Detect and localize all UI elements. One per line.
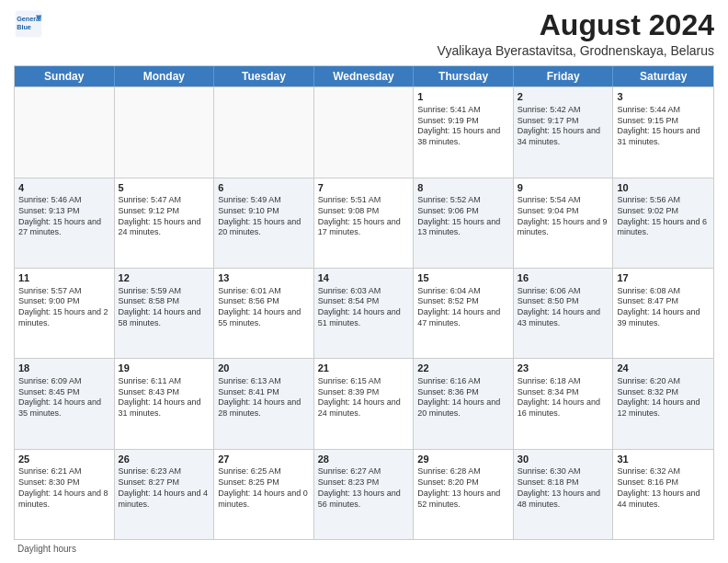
- header-day-friday: Friday: [514, 66, 614, 86]
- day-number: 2: [518, 90, 609, 104]
- table-row: 3Sunrise: 5:44 AM Sunset: 9:15 PM Daylig…: [613, 87, 713, 177]
- day-number: 9: [518, 181, 609, 195]
- day-number: 4: [18, 181, 110, 195]
- calendar: SundayMondayTuesdayWednesdayThursdayFrid…: [14, 65, 714, 540]
- cell-info: Sunrise: 5:51 AM Sunset: 9:08 PM Dayligh…: [318, 195, 410, 238]
- cell-info: Sunrise: 5:56 AM Sunset: 9:02 PM Dayligh…: [617, 195, 710, 238]
- cell-info: Sunrise: 6:32 AM Sunset: 8:16 PM Dayligh…: [617, 466, 710, 510]
- day-number: 29: [417, 453, 509, 466]
- cell-info: Sunrise: 6:16 AM Sunset: 8:36 PM Dayligh…: [417, 376, 509, 419]
- cell-info: Sunrise: 6:15 AM Sunset: 8:39 PM Dayligh…: [318, 376, 410, 419]
- header: General Blue August 2024 Vyalikaya Byera…: [14, 9, 714, 58]
- table-row: 27Sunrise: 6:25 AM Sunset: 8:25 PM Dayli…: [214, 450, 314, 539]
- day-number: 5: [119, 181, 210, 195]
- day-number: 19: [119, 362, 210, 375]
- cell-info: Sunrise: 6:08 AM Sunset: 8:47 PM Dayligh…: [617, 286, 710, 329]
- header-day-tuesday: Tuesday: [214, 66, 314, 86]
- table-row: 11Sunrise: 5:57 AM Sunset: 9:00 PM Dayli…: [15, 269, 115, 358]
- table-row: 14Sunrise: 6:03 AM Sunset: 8:54 PM Dayli…: [314, 269, 415, 358]
- header-day-wednesday: Wednesday: [314, 66, 415, 86]
- cell-info: Sunrise: 6:18 AM Sunset: 8:34 PM Dayligh…: [518, 376, 609, 419]
- header-day-monday: Monday: [115, 66, 215, 86]
- cell-info: Sunrise: 5:57 AM Sunset: 9:00 PM Dayligh…: [18, 286, 110, 329]
- footer: Daylight hours: [14, 544, 714, 554]
- day-number: 6: [218, 181, 310, 195]
- cell-info: Sunrise: 6:30 AM Sunset: 8:18 PM Dayligh…: [518, 466, 609, 510]
- table-row: 12Sunrise: 5:59 AM Sunset: 8:58 PM Dayli…: [115, 269, 215, 358]
- cell-info: Sunrise: 5:47 AM Sunset: 9:12 PM Dayligh…: [119, 195, 210, 238]
- cell-info: Sunrise: 5:44 AM Sunset: 9:15 PM Dayligh…: [617, 105, 710, 148]
- table-row: 9Sunrise: 5:54 AM Sunset: 9:04 PM Daylig…: [514, 178, 614, 268]
- day-number: 24: [617, 362, 710, 375]
- title-block: August 2024 Vyalikaya Byerastavitsa, Gro…: [43, 9, 714, 58]
- table-row: 15Sunrise: 6:04 AM Sunset: 8:52 PM Dayli…: [414, 269, 514, 358]
- day-number: 7: [318, 181, 410, 195]
- table-row: 10Sunrise: 5:56 AM Sunset: 9:02 PM Dayli…: [613, 178, 713, 268]
- main-title: August 2024: [43, 9, 714, 41]
- logo: General Blue: [14, 9, 43, 39]
- table-row: 13Sunrise: 6:01 AM Sunset: 8:56 PM Dayli…: [214, 269, 314, 358]
- table-row: 5Sunrise: 5:47 AM Sunset: 9:12 PM Daylig…: [115, 178, 215, 268]
- logo-icon: General Blue: [14, 9, 43, 39]
- table-row: 7Sunrise: 5:51 AM Sunset: 9:08 PM Daylig…: [314, 178, 415, 268]
- cell-info: Sunrise: 6:04 AM Sunset: 8:52 PM Dayligh…: [417, 286, 509, 329]
- cell-info: Sunrise: 6:06 AM Sunset: 8:50 PM Dayligh…: [518, 286, 609, 329]
- calendar-header: SundayMondayTuesdayWednesdayThursdayFrid…: [15, 66, 713, 86]
- table-row: 28Sunrise: 6:27 AM Sunset: 8:23 PM Dayli…: [314, 450, 415, 539]
- cell-info: Sunrise: 5:52 AM Sunset: 9:06 PM Dayligh…: [417, 195, 509, 238]
- table-row: 26Sunrise: 6:23 AM Sunset: 8:27 PM Dayli…: [115, 450, 215, 539]
- table-row: 2Sunrise: 5:42 AM Sunset: 9:17 PM Daylig…: [514, 87, 614, 177]
- cell-info: Sunrise: 6:09 AM Sunset: 8:45 PM Dayligh…: [18, 376, 110, 419]
- table-row: 6Sunrise: 5:49 AM Sunset: 9:10 PM Daylig…: [214, 178, 314, 268]
- cell-info: Sunrise: 6:01 AM Sunset: 8:56 PM Dayligh…: [218, 286, 310, 329]
- cell-info: Sunrise: 6:13 AM Sunset: 8:41 PM Dayligh…: [218, 376, 310, 419]
- day-number: 1: [417, 90, 509, 104]
- calendar-week-3: 11Sunrise: 5:57 AM Sunset: 9:00 PM Dayli…: [15, 268, 713, 358]
- table-row: 22Sunrise: 6:16 AM Sunset: 8:36 PM Dayli…: [414, 359, 514, 448]
- day-number: 23: [518, 362, 609, 375]
- table-row: [115, 87, 215, 177]
- table-row: 1Sunrise: 5:41 AM Sunset: 9:19 PM Daylig…: [414, 87, 514, 177]
- cell-info: Sunrise: 6:03 AM Sunset: 8:54 PM Dayligh…: [318, 286, 410, 329]
- table-row: 8Sunrise: 5:52 AM Sunset: 9:06 PM Daylig…: [414, 178, 514, 268]
- table-row: 30Sunrise: 6:30 AM Sunset: 8:18 PM Dayli…: [514, 450, 614, 539]
- table-row: [15, 87, 115, 177]
- day-number: 8: [417, 181, 509, 195]
- svg-text:Blue: Blue: [17, 23, 31, 31]
- day-number: 26: [119, 453, 210, 466]
- subtitle: Vyalikaya Byerastavitsa, Grodnenskaya, B…: [43, 43, 714, 58]
- table-row: 18Sunrise: 6:09 AM Sunset: 8:45 PM Dayli…: [15, 359, 115, 448]
- cell-info: Sunrise: 6:25 AM Sunset: 8:25 PM Dayligh…: [218, 466, 310, 510]
- cell-info: Sunrise: 5:54 AM Sunset: 9:04 PM Dayligh…: [518, 195, 609, 238]
- table-row: 23Sunrise: 6:18 AM Sunset: 8:34 PM Dayli…: [514, 359, 614, 448]
- day-number: 10: [617, 181, 710, 195]
- table-row: 24Sunrise: 6:20 AM Sunset: 8:32 PM Dayli…: [613, 359, 713, 448]
- table-row: 31Sunrise: 6:32 AM Sunset: 8:16 PM Dayli…: [613, 450, 713, 539]
- day-number: 21: [318, 362, 410, 375]
- cell-info: Sunrise: 5:42 AM Sunset: 9:17 PM Dayligh…: [518, 105, 609, 148]
- day-number: 3: [617, 90, 710, 104]
- calendar-week-4: 18Sunrise: 6:09 AM Sunset: 8:45 PM Dayli…: [15, 358, 713, 448]
- table-row: 19Sunrise: 6:11 AM Sunset: 8:43 PM Dayli…: [115, 359, 215, 448]
- day-number: 18: [18, 362, 110, 375]
- day-number: 14: [318, 271, 410, 285]
- table-row: 25Sunrise: 6:21 AM Sunset: 8:30 PM Dayli…: [15, 450, 115, 539]
- day-number: 17: [617, 271, 710, 285]
- cell-info: Sunrise: 5:41 AM Sunset: 9:19 PM Dayligh…: [417, 105, 509, 148]
- day-number: 31: [617, 453, 710, 466]
- table-row: 17Sunrise: 6:08 AM Sunset: 8:47 PM Dayli…: [613, 269, 713, 358]
- table-row: [314, 87, 415, 177]
- cell-info: Sunrise: 6:27 AM Sunset: 8:23 PM Dayligh…: [318, 466, 410, 510]
- cell-info: Sunrise: 5:46 AM Sunset: 9:13 PM Dayligh…: [18, 195, 110, 238]
- footer-label: Daylight hours: [17, 544, 76, 554]
- cell-info: Sunrise: 6:11 AM Sunset: 8:43 PM Dayligh…: [119, 376, 210, 419]
- cell-info: Sunrise: 6:21 AM Sunset: 8:30 PM Dayligh…: [18, 466, 110, 510]
- day-number: 13: [218, 271, 310, 285]
- calendar-body: 1Sunrise: 5:41 AM Sunset: 9:19 PM Daylig…: [15, 86, 713, 539]
- cell-info: Sunrise: 6:28 AM Sunset: 8:20 PM Dayligh…: [417, 466, 509, 510]
- cell-info: Sunrise: 6:20 AM Sunset: 8:32 PM Dayligh…: [617, 376, 710, 419]
- day-number: 25: [18, 453, 110, 466]
- day-number: 11: [18, 271, 110, 285]
- day-number: 12: [119, 271, 210, 285]
- table-row: 4Sunrise: 5:46 AM Sunset: 9:13 PM Daylig…: [15, 178, 115, 268]
